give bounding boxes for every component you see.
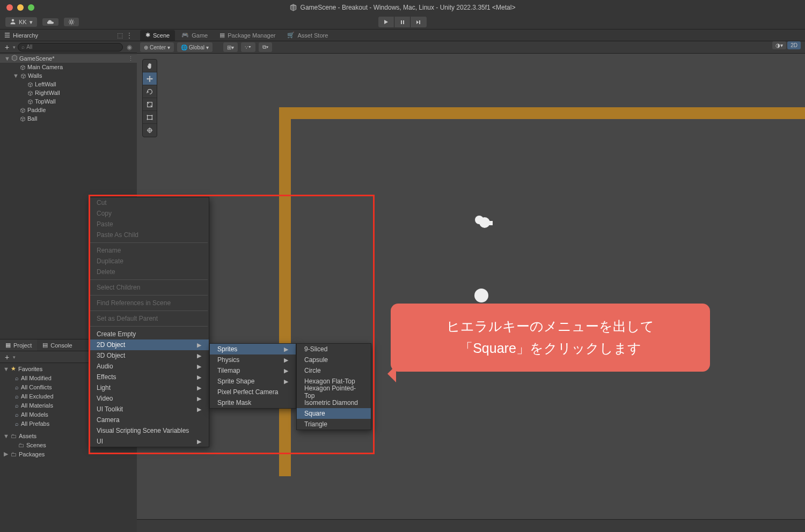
menu-item[interactable]: Triangle — [297, 419, 371, 430]
space-mode-dropdown[interactable]: 🌐Global▾ — [177, 42, 213, 52]
incremental-snap[interactable]: ⧉▾ — [259, 42, 272, 52]
grid-dropdown[interactable]: ⊞▾ — [223, 42, 238, 52]
search-icon: ⌕ — [15, 402, 19, 409]
menu-item[interactable]: Create Empty — [89, 329, 209, 339]
scene-viewport[interactable] — [137, 54, 805, 519]
hierarchy-add-button[interactable]: + — [3, 43, 11, 51]
menu-item[interactable]: Hexagon Pointed-Top — [297, 387, 371, 397]
menu-item[interactable]: 3D Object▶ — [89, 350, 209, 361]
hierarchy-item[interactable]: Ball — [0, 114, 137, 123]
menu-item[interactable]: Physics▶ — [210, 354, 296, 365]
hierarchy-menu-icon[interactable]: ⋮ — [126, 32, 133, 39]
submenu-arrow-icon: ▶ — [197, 342, 201, 349]
menu-item[interactable]: Sprite Mask — [210, 397, 296, 408]
hierarchy-toolbar: + ▾ ⌕ All ◉ — [0, 41, 137, 53]
settings-button[interactable] — [64, 18, 79, 26]
close-window[interactable] — [6, 4, 13, 11]
callout-line: 「Square」をクリックします — [407, 337, 694, 359]
folder-icon: 🗀 — [18, 442, 24, 448]
menu-item[interactable]: Circle — [297, 365, 371, 376]
menu-item[interactable]: Pixel Perfect Camera — [210, 387, 296, 397]
svg-rect-9 — [148, 115, 152, 119]
game-tab[interactable]: 🎮Game — [176, 30, 213, 41]
scale-tool[interactable] — [143, 98, 157, 111]
rect-tool[interactable] — [143, 111, 157, 124]
submenu-arrow-icon: ▶ — [284, 346, 288, 353]
menu-item[interactable]: Capsule — [297, 354, 371, 365]
gameobject-icon — [27, 98, 33, 105]
hierarchy-item[interactable]: ▼Walls — [0, 71, 137, 80]
cart-icon: 🛒 — [287, 32, 295, 39]
menu-item: Find References in Scene — [89, 298, 209, 308]
hierarchy-tab[interactable]: Hierarchy — [4, 32, 38, 39]
packages-folder[interactable]: ▶🗀Packages — [0, 449, 137, 459]
menu-item[interactable]: Sprite Shape▶ — [210, 376, 296, 387]
step-button[interactable] — [411, 17, 427, 27]
menu-item[interactable]: Camera — [89, 415, 209, 425]
menu-item: Set as Default Parent — [89, 313, 209, 324]
submenu-arrow-icon: ▶ — [197, 438, 201, 445]
minimize-window[interactable] — [17, 4, 24, 11]
menu-item[interactable]: 9-Sliced — [297, 344, 371, 354]
scene-tab[interactable]: ✱Scene — [140, 30, 175, 41]
menu-item[interactable]: Square — [297, 408, 371, 419]
menu-item[interactable]: Sprites▶ — [210, 344, 296, 354]
menu-separator — [90, 326, 208, 327]
expand-arrow-icon[interactable]: ▼ — [13, 72, 18, 79]
play-controls — [378, 17, 427, 27]
menu-item[interactable]: Effects▶ — [89, 372, 209, 382]
transform-tool[interactable] — [143, 124, 157, 137]
hierarchy-item[interactable]: Paddle — [0, 106, 137, 114]
snap-dropdown[interactable]: ⸪▾ — [241, 42, 255, 52]
ball-sprite[interactable] — [474, 289, 488, 302]
scene-right-controls: ◑▾ 2D — [772, 41, 801, 49]
account-menu[interactable]: KK ▾ — [5, 17, 37, 27]
menu-item[interactable]: Tilemap▶ — [210, 365, 296, 376]
pivot-mode-dropdown[interactable]: ⊕Center▾ — [140, 42, 174, 52]
hierarchy-search-input[interactable]: ⌕ All — [18, 43, 123, 51]
expand-arrow-icon[interactable]: ▼ — [4, 55, 10, 62]
rotate-tool[interactable] — [143, 85, 157, 98]
hierarchy-item[interactable]: TopWall — [0, 97, 137, 106]
hierarchy-tab-bar: Hierarchy ⬚ ⋮ — [0, 29, 137, 41]
menu-item[interactable]: Visual Scripting Scene Variables — [89, 425, 209, 436]
hierarchy-lock-icon[interactable]: ⬚ — [117, 32, 123, 39]
package-manager-tab[interactable]: ▦Package Manager — [214, 30, 281, 41]
gameobject-icon — [27, 90, 33, 96]
pause-button[interactable] — [394, 17, 411, 27]
2d-object-submenu: Sprites▶Physics▶Tilemap▶Sprite Shape▶Pix… — [209, 343, 296, 409]
hierarchy-item[interactable]: Main Camera — [0, 63, 137, 71]
project-tab[interactable]: ▦Project — [0, 339, 37, 351]
menu-item[interactable]: UI▶ — [89, 436, 209, 447]
hierarchy-item[interactable]: RightWall — [0, 88, 137, 97]
menu-item[interactable]: Audio▶ — [89, 361, 209, 372]
orientation-dropdown[interactable]: ◑▾ — [772, 41, 786, 49]
folder-icon: 🗀 — [11, 433, 17, 439]
menu-item[interactable]: 2D Object▶ — [89, 339, 209, 350]
play-button[interactable] — [378, 17, 394, 27]
move-tool[interactable] — [143, 72, 157, 85]
camera-gizmo-icon[interactable] — [474, 216, 493, 231]
chevron-down-icon: ▾ — [30, 19, 33, 26]
console-tab[interactable]: ▤Console — [37, 339, 77, 351]
asset-store-tab[interactable]: 🛒Asset Store — [282, 30, 333, 41]
scene-root[interactable]: ▼ GameScene* ⋮ — [0, 54, 137, 63]
project-add-button[interactable]: + — [3, 353, 11, 361]
svg-rect-17 — [489, 221, 493, 225]
title-bar: GameScene - Breakout - Windows, Mac, Lin… — [0, 0, 805, 15]
menu-item[interactable]: Light▶ — [89, 382, 209, 393]
hierarchy-filter-icon[interactable]: ◉ — [125, 43, 134, 51]
hand-tool[interactable] — [143, 60, 157, 72]
submenu-arrow-icon: ▶ — [197, 374, 201, 381]
2d-toggle[interactable]: 2D — [787, 41, 801, 49]
svg-rect-7 — [5, 36, 10, 38]
maximize-window[interactable] — [28, 4, 34, 11]
menu-item: Delete — [89, 267, 209, 277]
menu-item: Copy — [89, 208, 209, 219]
menu-item[interactable]: Video▶ — [89, 393, 209, 404]
cloud-button[interactable] — [42, 18, 58, 26]
hierarchy-item[interactable]: LeftWall — [0, 80, 137, 88]
gameobject-icon — [19, 64, 26, 70]
menu-item[interactable]: UI Toolkit▶ — [89, 404, 209, 415]
scene-menu-icon[interactable]: ⋮ — [128, 55, 137, 62]
